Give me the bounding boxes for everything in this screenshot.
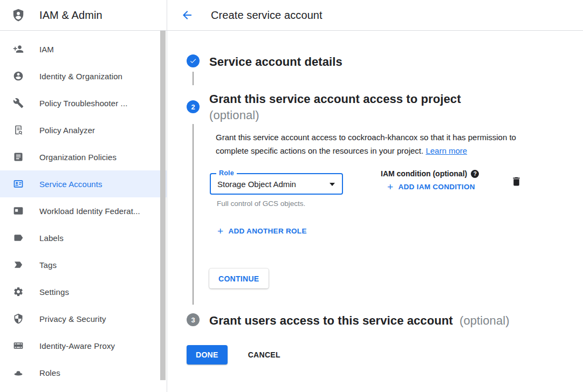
add-iam-condition-label: ADD IAM CONDITION <box>398 183 475 191</box>
sidebar-item-label: Settings <box>39 287 69 297</box>
sidebar-item-label: Workload Identity Federat... <box>39 207 140 216</box>
sidebar-item-labels[interactable]: Labels <box>0 224 167 251</box>
iam-condition-label: IAM condition (optional) <box>381 169 467 178</box>
sidebar-item-label: Organization Policies <box>39 153 116 162</box>
sidebar-item-tags[interactable]: Tags <box>0 251 167 278</box>
check-icon <box>189 57 197 65</box>
label-icon <box>13 232 24 243</box>
sidebar-item-settings[interactable]: Settings <box>0 278 167 305</box>
product-title: IAM & Admin <box>39 9 102 22</box>
add-another-role-label: ADD ANOTHER ROLE <box>228 227 306 235</box>
service-account-icon <box>13 178 24 189</box>
step1-complete-badge <box>187 54 200 67</box>
step3-heading: Grant users access to this service accou… <box>209 314 510 328</box>
sidebar-item-policy-analyzer[interactable]: Policy Analyzer <box>0 116 167 143</box>
product-brand: IAM & Admin <box>0 0 167 30</box>
iam-condition-block: IAM condition (optional) ? + ADD IAM CON… <box>381 169 479 192</box>
sidebar-item-label: Privacy & Security <box>39 314 106 324</box>
step3-optional-label: (optional) <box>459 314 510 327</box>
sidebar-item-label: Policy Troubleshooter ... <box>39 99 127 108</box>
step2-description: Grant this service account access to coc… <box>216 130 530 157</box>
sidebar-item-label: Identity & Organization <box>39 72 122 81</box>
sidebar-item-identity-organization[interactable]: Identity & Organization <box>0 63 167 90</box>
wrench-icon <box>13 98 24 108</box>
step2-optional-label: (optional) <box>209 107 461 123</box>
main-content: Service account details 2 Grant this ser… <box>168 31 583 392</box>
sidebar-item-service-accounts[interactable]: Service Accounts <box>0 170 167 197</box>
sidebar-item-label: Service Accounts <box>39 180 102 189</box>
sidebar-item-label: Labels <box>39 233 64 243</box>
hat-icon <box>13 367 24 378</box>
top-bar: IAM & Admin Create service account <box>0 0 583 31</box>
step-connector <box>193 124 194 305</box>
step2-number-badge: 2 <box>187 100 200 113</box>
done-button[interactable]: DONE <box>187 345 228 365</box>
role-select[interactable]: Role Storage Object Admin <box>210 173 343 195</box>
sidebar-item-roles[interactable]: Roles <box>0 359 167 386</box>
step2-title: Grant this service account access to pro… <box>209 91 461 107</box>
sidebar-item-identity-aware-proxy[interactable]: Identity-Aware Proxy <box>0 332 167 359</box>
delete-role-button[interactable] <box>511 176 524 189</box>
back-arrow-button[interactable] <box>181 9 194 22</box>
sidebar-scrollbar[interactable] <box>160 31 166 380</box>
iam-admin-console: IAM & Admin Create service account IAM I… <box>0 0 583 392</box>
step3-number-badge: 3 <box>187 313 200 326</box>
account-circle-icon <box>13 71 24 81</box>
continue-button[interactable]: CONTINUE <box>209 269 269 288</box>
sidebar-item-label: Policy Analyzer <box>39 126 95 135</box>
proxy-icon <box>13 340 24 351</box>
page-title: Create service account <box>211 9 323 22</box>
article-icon <box>13 152 24 162</box>
add-iam-condition-button[interactable]: + ADD IAM CONDITION <box>387 183 475 191</box>
policy-analyzer-icon <box>13 125 24 135</box>
cancel-button[interactable]: CANCEL <box>244 350 285 359</box>
trash-icon <box>511 176 522 189</box>
shield-half-icon <box>13 313 24 324</box>
learn-more-link[interactable]: Learn more <box>426 146 467 155</box>
sidebar-nav: IAM Identity & Organization Policy Troub… <box>0 31 167 392</box>
sidebar-item-policy-troubleshooter[interactable]: Policy Troubleshooter ... <box>0 90 167 116</box>
step3-title: Grant users access to this service accou… <box>209 314 453 327</box>
footer-actions: DONE CANCEL <box>187 345 285 365</box>
sidebar-item-label: Roles <box>39 368 60 377</box>
plus-icon: + <box>387 183 393 191</box>
person-add-icon <box>13 44 24 54</box>
iam-shield-icon <box>11 8 25 22</box>
sidebar-item-iam[interactable]: IAM <box>0 36 167 63</box>
sidebar-item-label: IAM <box>39 45 54 54</box>
sidebar-item-workload-identity-federation[interactable]: Workload Identity Federat... <box>0 197 167 224</box>
page-header: Create service account <box>167 0 583 30</box>
card-icon <box>13 205 24 216</box>
role-selected-value: Storage Object Admin <box>217 180 296 189</box>
role-helper-text: Full control of GCS objects. <box>217 200 305 208</box>
sidebar-item-label: Tags <box>39 260 57 270</box>
sidebar-item-privacy-security[interactable]: Privacy & Security <box>0 305 167 332</box>
tag-icon <box>13 259 24 270</box>
add-another-role-button[interactable]: + ADD ANOTHER ROLE <box>217 227 307 235</box>
sidebar-item-organization-policies[interactable]: Organization Policies <box>0 143 167 170</box>
step1-title: Service account details <box>209 55 342 69</box>
step2-heading: Grant this service account access to pro… <box>209 91 461 123</box>
step3-number: 3 <box>191 316 195 324</box>
help-icon[interactable]: ? <box>471 170 479 178</box>
plus-icon: + <box>217 228 223 235</box>
role-field-label: Role <box>216 169 237 177</box>
dropdown-caret-icon <box>330 183 335 186</box>
description-text: Grant this service account access to coc… <box>216 133 516 155</box>
step2-number: 2 <box>191 103 195 111</box>
sidebar-item-label: Identity-Aware Proxy <box>39 341 115 350</box>
gear-icon <box>13 286 24 297</box>
step-connector <box>193 72 194 85</box>
